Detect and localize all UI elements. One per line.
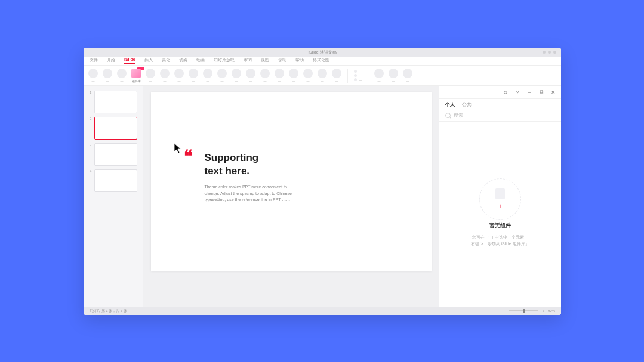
ribbon-icon [146,69,155,78]
slide-thumb[interactable] [94,169,137,192]
menu-animation[interactable]: 动画 [196,57,205,65]
ribbon-button-17[interactable]: — [318,69,327,83]
popout-icon[interactable]: ⧉ [538,89,544,95]
menu-beautify[interactable]: 美化 [162,57,170,65]
ribbon-button-21[interactable]: — [403,69,412,83]
ribbon-button-9[interactable]: — [203,69,212,83]
empty-illustration: + [476,181,524,217]
menu-view[interactable]: 视图 [261,57,269,65]
zoom-percent[interactable]: 90% [548,309,555,313]
ribbon-icon [246,69,255,78]
ribbon-button-16[interactable]: — [303,69,313,83]
empty-description: 您可在 PPT 中选中一个元素， 右键 >「添加到 iSlide 组件库」 [471,234,529,247]
search-placeholder: 搜索 [454,112,463,119]
quote-icon: ❝ [184,151,193,162]
slide-thumb[interactable] [94,91,137,113]
thumb-number: 1 [90,91,93,94]
ribbon-icon [303,69,313,78]
ribbon-text-group[interactable]: — — — [354,70,362,82]
thumb-number: 2 [90,117,93,120]
ribbon-component-library-button[interactable]: 组件库 [131,69,141,83]
ribbon-button-18[interactable]: — [332,69,341,83]
ribbon-button-3[interactable]: — [117,69,127,83]
ribbon-icon [88,69,98,78]
ribbon-separator [368,69,368,83]
slide-thumb[interactable] [94,143,137,166]
app-window: iSlide 演讲文稿 文件 开始 iSlide 插入 美化 切换 动画 幻灯片… [84,48,561,315]
titlebar: iSlide 演讲文稿 [84,48,561,57]
search-icon [445,113,451,118]
menu-home[interactable]: 开始 [107,57,115,65]
menu-record[interactable]: 录制 [278,57,286,65]
ribbon-icon [160,69,170,78]
ribbon-button-11[interactable]: — [232,69,241,83]
component-library-label: 组件库 [132,79,141,83]
component-panel: ↻ ? – ⧉ ✕ 个人 公共 搜索 + 暂无组件 [439,86,561,307]
menu-islide[interactable]: iSlide [124,57,135,64]
empty-title: 暂无组件 [489,222,511,230]
dot-icon [354,78,357,81]
ribbon-icon [103,69,112,78]
ribbon-button-1[interactable]: — [88,69,98,83]
plus-icon[interactable]: + [498,202,502,211]
ribbon-icon [389,69,398,78]
menu-format[interactable]: 格式化图 [313,57,329,65]
dashed-circle-icon [479,178,521,220]
menu-transition[interactable]: 切换 [179,57,187,65]
close-window-button[interactable] [553,51,556,54]
menu-file[interactable]: 文件 [90,57,98,65]
close-panel-icon[interactable]: ✕ [550,89,556,95]
minimize-icon[interactable]: – [526,89,532,95]
ribbon-button-5[interactable]: — [146,69,155,83]
window-controls [543,51,556,54]
zoom-controls: – + 90% [503,309,555,313]
ribbon-button-7[interactable]: — [174,69,184,83]
ribbon-button-20[interactable]: — [389,69,398,83]
refresh-icon[interactable]: ↻ [503,89,509,95]
ribbon-button-8[interactable]: — [189,69,198,83]
ribbon-button-13[interactable]: — [260,69,270,83]
ribbon-icon [174,69,184,78]
slide-thumbnails: 1 2 3 4 [84,86,143,307]
panel-search[interactable]: 搜索 [439,110,561,122]
ribbon-button-19[interactable]: — [374,69,384,83]
ribbon-button-6[interactable]: — [160,69,170,83]
ribbon-button-2[interactable]: — [103,69,112,83]
ribbon-icon [232,69,241,78]
zoom-slider[interactable] [509,310,538,311]
cursor-icon [174,143,183,157]
ribbon-button-12[interactable]: — [246,69,255,83]
thumb-number: 4 [90,169,93,173]
menu-insert[interactable]: 插入 [144,57,153,65]
statusbar: 幻灯片 第 1 张，共 5 张 – + 90% [84,307,561,315]
dot-icon [354,70,357,73]
tab-public[interactable]: 公共 [462,101,472,108]
ribbon-separator [347,69,348,83]
maximize-button[interactable] [548,51,551,54]
dot-icon [354,74,357,77]
menu-slideshow[interactable]: 幻灯片放映 [214,57,235,65]
ribbon-icon [217,69,227,78]
menubar: 文件 开始 iSlide 插入 美化 切换 动画 幻灯片放映 审阅 视图 录制 … [84,57,561,66]
ribbon-button-10[interactable]: — [217,69,227,83]
panel-toolbar: ↻ ? – ⧉ ✕ [439,86,561,99]
thumb-number: 3 [90,143,93,147]
zoom-out-button[interactable]: – [503,309,505,313]
ribbon-button-14[interactable]: — [275,69,284,83]
help-icon[interactable]: ? [514,89,520,95]
menu-review[interactable]: 审阅 [244,57,252,65]
zoom-slider-thumb[interactable] [523,309,525,313]
slide-title[interactable]: Supporting text here. [205,151,259,178]
canvas-area[interactable]: ❝ Supporting text here. Theme color make… [143,86,439,307]
ribbon-icon [117,69,127,78]
slide-body-text[interactable]: Theme color makes PPT more convenient to… [205,184,294,203]
minimize-button[interactable] [543,51,546,54]
slide-canvas[interactable]: ❝ Supporting text here. Theme color make… [151,92,432,271]
menu-help[interactable]: 帮助 [295,57,304,65]
ribbon-button-15[interactable]: — [289,69,298,83]
workspace: 1 2 3 4 ❝ Supporting text here. Theme co… [84,86,561,307]
slide-thumb-selected[interactable] [94,117,137,140]
zoom-in-button[interactable]: + [542,309,544,313]
tab-personal[interactable]: 个人 [445,101,455,108]
panel-tabs: 个人 公共 [439,99,561,110]
